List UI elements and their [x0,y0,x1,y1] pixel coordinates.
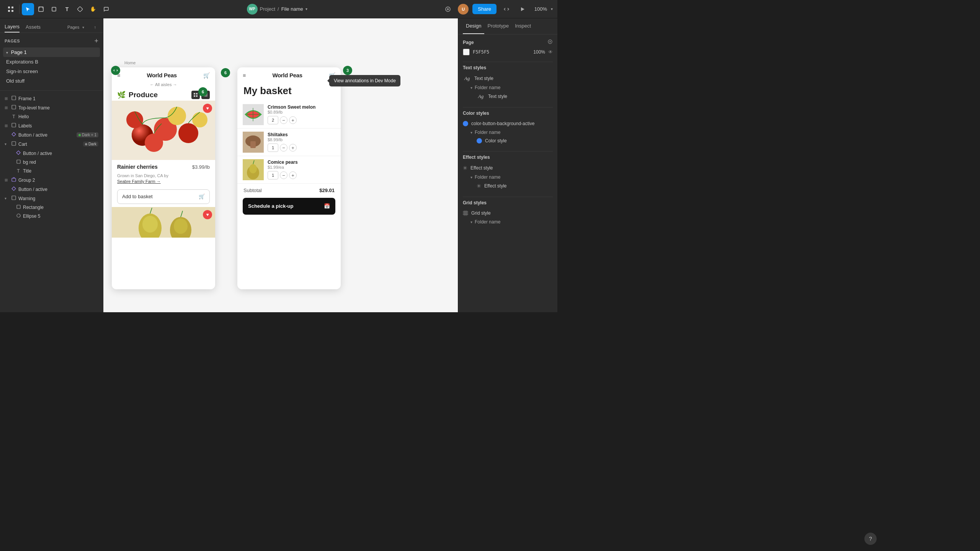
rect-icon [15,160,21,165]
folder-item-3[interactable]: ▾ Folder name [463,173,553,181]
layer-warning[interactable]: ▾ Warning [2,194,101,203]
layer-ellipse-5[interactable]: ▶ Ellipse 5 [2,212,101,220]
layer-labels[interactable]: ⊞ Labels [2,121,101,130]
color-style-item-2[interactable]: Color style [463,137,553,145]
pears-qty-dec[interactable]: − [280,171,287,179]
assets-tab[interactable]: Assets [26,22,41,32]
layer-rectangle[interactable]: ▶ Rectangle [2,203,101,212]
design-tab[interactable]: Design [463,18,484,34]
folder-chevron-1: ▾ [470,86,472,90]
add-page-button[interactable]: + [94,37,98,44]
text-style-name-2: Text style [488,94,553,99]
layer-title[interactable]: ▶ T Title [2,167,101,175]
left-sidebar: Layers Assets Pages ▾ ↑ Pages + ▾ Page 1… [0,18,103,312]
layer-group-2[interactable]: ⊞ Group 2 [2,176,101,184]
melon-qty-inc[interactable]: + [289,116,297,124]
ann-badge-6b[interactable]: 6 [198,87,207,96]
color-styles-header: Color styles [463,111,553,116]
frame-tool[interactable] [35,3,47,15]
file-name[interactable]: File name [281,6,303,12]
pears-qty-inc[interactable]: + [289,171,297,179]
eye-icon[interactable]: 👁 [548,49,553,55]
filename-dropdown-icon[interactable]: ▾ [305,7,307,11]
text-tool[interactable]: T [61,3,73,15]
grid-style-item-1[interactable]: Grid style [463,209,553,218]
prototype-tab[interactable]: Prototype [484,18,512,34]
desc-text: Grown in San Diego, CA by [117,173,210,179]
code-badge-phone1[interactable] [111,66,120,75]
shiitakes-qty-inc[interactable]: + [289,144,297,152]
page-color-hex[interactable]: F5F5F5 [473,49,489,55]
folder-item-2[interactable]: ▾ Folder name [463,128,553,137]
page-opacity[interactable]: 100% [533,49,545,55]
text-style-item-1[interactable]: Ag Text style [463,73,553,83]
effect-style-item-2[interactable]: ✳ Effect style [463,181,553,191]
inspect-tab[interactable]: Inspect [512,18,534,34]
page-color-swatch[interactable] [463,49,470,55]
comment-tool[interactable] [100,3,112,15]
layers-tab[interactable]: Layers [5,21,20,33]
component-tool[interactable] [74,3,86,15]
svg-rect-21 [194,93,195,95]
pears-qty[interactable]: 1 [268,171,278,179]
layer-hello[interactable]: ▶ T Hello [2,112,101,121]
layer-button-active[interactable]: ▶ Button / active Dark + 1 [2,130,101,139]
melon-qty[interactable]: 2 [268,116,278,124]
hand-tool[interactable]: ✋ [87,3,99,15]
heart-icon-1[interactable]: ♥ [203,104,212,113]
share-button[interactable]: Share [472,4,497,14]
layer-label: Top-level frame [18,105,98,111]
pickup-button[interactable]: Schedule a pick-up 📅 [243,198,335,215]
page-section-header: Page [463,39,553,46]
color-style-name-2: Color style [485,138,553,143]
frame-icon [11,123,17,129]
folder-item-4[interactable]: ▾ Folder name [463,218,553,226]
grid-styles-title: Grid styles [463,200,487,205]
farm-link[interactable]: Seabre Family Farm → [117,179,161,184]
page-item-oldstuff[interactable]: Old stuff [3,76,100,86]
cart-icon[interactable]: 🛒 [203,72,210,78]
layer-cart[interactable]: ▾ Cart Dark [2,140,101,148]
layer-button-active-2[interactable]: ▶ Button / active [2,149,101,158]
svg-point-36 [145,134,163,152]
layer-top-frame[interactable]: ⊞ Top-level frame [2,103,101,112]
hamburger-icon-2[interactable]: ≡ [243,72,246,78]
grid-style-icon [463,210,468,216]
user-avatar[interactable]: U [458,4,469,15]
devmode-btn[interactable] [442,3,454,15]
layer-bg-red[interactable]: ▶ bg red [2,158,101,166]
grid-tool[interactable] [5,3,17,15]
pages-header: Pages + [0,33,103,47]
layer-frame-1[interactable]: ⊞ Frame 1 [2,94,101,103]
ann-badge-3[interactable]: 3 [343,66,352,75]
text-style-item-2[interactable]: Ag Text style [463,92,553,101]
zoom-dropdown-icon[interactable]: ▾ [551,7,553,11]
page-up-icon[interactable]: ↑ [92,23,99,32]
svg-rect-22 [196,93,198,95]
page-item-explorations[interactable]: Explorations B [3,57,100,67]
heart-icon-2[interactable]: ♥ [203,210,212,219]
shiitakes-qty[interactable]: 1 [268,143,278,152]
add-basket-btn[interactable]: Add to basket 🛒 [117,189,210,204]
page-item-1[interactable]: ▾ Page 1 [3,47,100,57]
color-style-item-1[interactable]: color-button-background-active [463,119,553,128]
shiitakes-qty-control: 1 − + [268,143,335,152]
page-indicator[interactable]: Pages ▾ [66,22,86,32]
page-section-icon[interactable] [547,39,553,46]
effect-style-item-1[interactable]: ✳ Effect style [463,163,553,173]
nav-text[interactable]: ← All aisles → [150,82,177,87]
layer-button-active-3[interactable]: ▶ Button / active [2,185,101,194]
folder-item-1[interactable]: ▾ Folder name [463,83,553,92]
page-item-signin[interactable]: Sign-in screen [3,67,100,76]
shape-tool[interactable] [48,3,60,15]
select-tool[interactable] [22,3,34,15]
play-btn[interactable] [516,3,529,15]
ann-badge-6a[interactable]: 6 [221,68,230,77]
canvas[interactable]: Home ≡ World Peas 🛒 ← All aisles → 🌿 Pro… [103,18,458,312]
code-view-btn[interactable] [500,3,513,15]
layer-label: Warning [18,196,98,201]
shiitakes-qty-dec[interactable]: − [280,144,287,152]
svg-point-33 [126,111,143,128]
zoom-level[interactable]: 100% [532,6,547,12]
melon-qty-dec[interactable]: − [280,116,287,124]
